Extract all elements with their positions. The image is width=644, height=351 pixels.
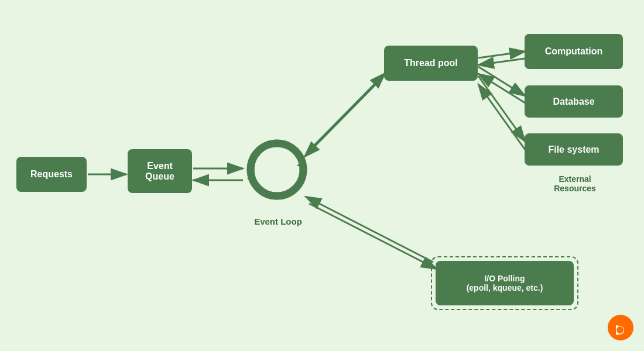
thread-pool-box: Thread pool <box>384 46 478 81</box>
external-resources-label: ExternalResources <box>526 174 624 193</box>
svg-line-11 <box>478 76 525 142</box>
svg-line-8 <box>478 58 525 65</box>
computation-box: Computation <box>525 34 623 69</box>
event-loop-label: Event Loop <box>252 216 304 226</box>
event-queue-box: EventQueue <box>128 149 192 193</box>
io-polling-box: I/O Polling(epoll, kqueue, etc.) <box>436 261 574 305</box>
database-box: Database <box>525 85 623 118</box>
diagram: Requests EventQueue Event Loop <box>0 0 644 351</box>
svg-line-10 <box>478 74 525 103</box>
svg-line-12 <box>478 84 525 150</box>
svg-line-9 <box>478 67 525 96</box>
svg-line-6 <box>304 81 379 157</box>
svg-line-7 <box>478 51 525 58</box>
file-system-box: File system <box>525 133 623 166</box>
svg-line-13 <box>309 204 437 269</box>
requests-box: Requests <box>16 157 87 192</box>
svg-line-14 <box>306 197 433 262</box>
svg-point-18 <box>616 326 624 333</box>
io-polling-wrapper: I/O Polling(epoll, kqueue, etc.) <box>431 256 578 310</box>
logo <box>608 315 633 340</box>
svg-line-5 <box>310 73 385 149</box>
event-loop-icon <box>239 132 315 208</box>
event-queue-label: EventQueue <box>145 161 174 182</box>
